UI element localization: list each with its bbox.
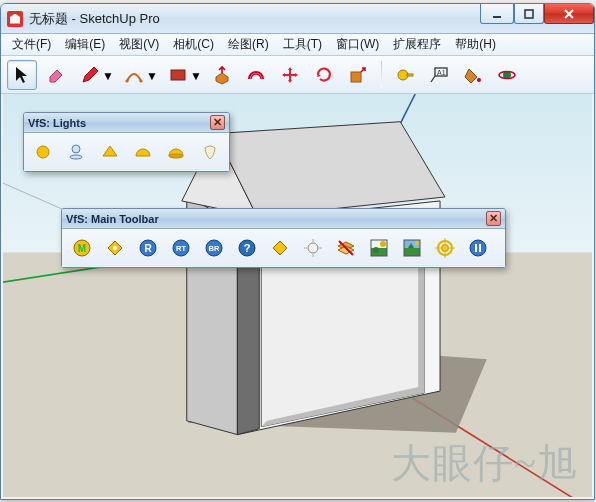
push-pull-tool[interactable] (207, 60, 237, 90)
orbit-tool[interactable] (492, 60, 522, 90)
rotate-icon (314, 65, 334, 85)
palette-main-title: VfS: Main Toolbar (66, 213, 159, 225)
toolbar-separator (381, 61, 382, 89)
menu-view[interactable]: 视图(V) (112, 34, 166, 55)
dome-light-icon (133, 142, 153, 162)
overlay-button[interactable] (332, 234, 360, 262)
sphere-light-button[interactable] (163, 138, 189, 166)
chevron-down-icon[interactable]: ▼ (103, 61, 113, 91)
arc-tool[interactable]: ▼ (119, 60, 149, 90)
menu-window[interactable]: 窗口(W) (329, 34, 386, 55)
palette-main[interactable]: VfS: Main Toolbar ✕ M R RT BR ? (61, 208, 506, 268)
main-toolbar: ▼ ▼ ▼ A1 (1, 56, 594, 94)
maximize-button[interactable] (514, 4, 544, 24)
chevron-down-icon[interactable]: ▼ (191, 61, 201, 91)
svg-rect-52 (404, 248, 420, 256)
scale-tool[interactable] (343, 60, 373, 90)
material-editor-button[interactable]: M (68, 234, 96, 262)
dome-light-button[interactable] (130, 138, 156, 166)
render-button[interactable]: R (134, 234, 162, 262)
minimize-button[interactable] (480, 4, 514, 24)
pause-button[interactable] (464, 234, 492, 262)
window-controls (480, 4, 594, 33)
rect-light-icon (100, 142, 120, 162)
svg-rect-5 (351, 72, 361, 82)
focus-button[interactable] (431, 234, 459, 262)
menu-tools[interactable]: 工具(T) (276, 34, 329, 55)
palette-lights-header[interactable]: VfS: Lights ✕ (24, 113, 229, 133)
frame-buffer-button[interactable] (266, 234, 294, 262)
chevron-down-icon[interactable]: ▼ (147, 61, 157, 91)
svg-point-42 (308, 243, 318, 253)
svg-text:BR: BR (209, 244, 220, 253)
svg-point-33 (113, 246, 117, 250)
menu-help[interactable]: 帮助(H) (448, 34, 503, 55)
line-tool[interactable]: ▼ (75, 60, 105, 90)
pause-icon (468, 238, 488, 258)
move-icon (280, 65, 300, 85)
svg-point-50 (380, 241, 386, 247)
help-icon: ? (237, 238, 257, 258)
close-button[interactable] (544, 4, 594, 24)
offset-tool[interactable] (241, 60, 271, 90)
render-rt-button[interactable]: RT (167, 234, 195, 262)
svg-rect-1 (525, 10, 533, 18)
svg-rect-62 (479, 244, 481, 252)
menu-extensions[interactable]: 扩展程序 (386, 34, 448, 55)
menu-draw[interactable]: 绘图(R) (221, 34, 276, 55)
environment-icon (402, 238, 422, 258)
text-label-tool[interactable]: A1 (424, 60, 454, 90)
scene-icon (369, 238, 389, 258)
menu-edit[interactable]: 编辑(E) (58, 34, 112, 55)
svg-rect-7 (407, 74, 413, 76)
svg-point-3 (139, 79, 142, 82)
offset-icon (246, 65, 266, 85)
overlay-icon (336, 238, 356, 258)
option-editor-button[interactable] (101, 234, 129, 262)
spot-light-button[interactable] (63, 138, 89, 166)
svg-point-2 (125, 79, 128, 82)
batch-render-button[interactable]: BR (200, 234, 228, 262)
rotate-tool[interactable] (309, 60, 339, 90)
rectangle-icon (168, 65, 188, 85)
tape-measure-tool[interactable] (390, 60, 420, 90)
svg-point-27 (37, 146, 49, 158)
paint-bucket-tool[interactable] (458, 60, 488, 90)
spot-light-icon (66, 142, 86, 162)
eraser-icon (46, 65, 66, 85)
svg-text:R: R (144, 243, 152, 254)
eraser-tool[interactable] (41, 60, 71, 90)
svg-point-60 (470, 240, 486, 256)
environment-button[interactable] (398, 234, 426, 262)
titlebar[interactable]: 无标题 - SketchUp Pro (1, 4, 594, 34)
palette-main-header[interactable]: VfS: Main Toolbar ✕ (62, 209, 505, 229)
palette-lights-title: VfS: Lights (28, 117, 86, 129)
svg-point-28 (72, 145, 80, 153)
camera-button[interactable] (365, 234, 393, 262)
palette-lights-close[interactable]: ✕ (210, 115, 225, 130)
svg-marker-22 (237, 245, 259, 435)
menu-file[interactable]: 文件(F) (5, 34, 58, 55)
move-tool[interactable] (275, 60, 305, 90)
rectangle-light-button[interactable] (97, 138, 123, 166)
sun-button[interactable] (299, 234, 327, 262)
help-button[interactable]: ? (233, 234, 261, 262)
svg-point-49 (373, 247, 379, 253)
svg-rect-61 (475, 244, 477, 252)
options-icon (105, 238, 125, 258)
sun-icon (303, 238, 323, 258)
palette-main-close[interactable]: ✕ (486, 211, 501, 226)
select-tool[interactable] (7, 60, 37, 90)
rectangle-tool[interactable]: ▼ (163, 60, 193, 90)
pencil-icon (80, 65, 100, 85)
svg-point-30 (169, 154, 183, 158)
svg-text:?: ? (244, 242, 251, 254)
svg-point-29 (70, 155, 82, 159)
render-rt-icon: RT (171, 238, 191, 258)
ies-light-button[interactable] (197, 138, 223, 166)
palette-lights[interactable]: VfS: Lights ✕ (23, 112, 230, 172)
omni-light-button[interactable] (30, 138, 56, 166)
svg-point-54 (415, 241, 419, 245)
batch-render-icon: BR (204, 238, 224, 258)
menu-camera[interactable]: 相机(C) (166, 34, 221, 55)
